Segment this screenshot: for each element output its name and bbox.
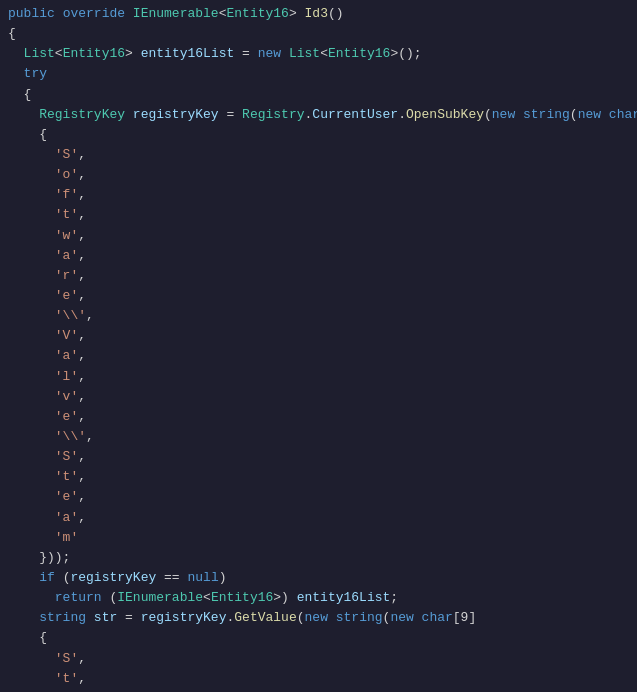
code-token <box>8 44 24 64</box>
code-token: , <box>78 669 86 689</box>
code-token: new <box>578 105 601 125</box>
code-token: , <box>86 306 94 326</box>
code-token <box>8 286 55 306</box>
code-line: '\\', <box>0 306 637 326</box>
code-token: 'o' <box>55 165 78 185</box>
code-token: , <box>78 286 86 306</box>
code-line: 'e', <box>0 487 637 507</box>
code-line: 'o', <box>0 165 637 185</box>
code-line: public override IEnumerable<Entity16> Id… <box>0 4 637 24</box>
code-token: ( <box>383 608 391 628</box>
code-token: 't' <box>55 467 78 487</box>
code-token: 'f' <box>55 185 78 205</box>
code-line: { <box>0 85 637 105</box>
code-token: '\\' <box>55 427 86 447</box>
code-line: 't', <box>0 467 637 487</box>
code-token: ) <box>219 568 227 588</box>
code-token: , <box>78 407 86 427</box>
code-token <box>414 608 422 628</box>
code-token: < <box>219 4 227 24</box>
code-token <box>8 246 55 266</box>
code-token: string <box>523 105 570 125</box>
code-token: . <box>305 105 313 125</box>
code-token <box>8 346 55 366</box>
code-line: 'a', <box>0 346 637 366</box>
code-token: Entity16 <box>227 4 289 24</box>
code-token: public <box>8 4 55 24</box>
code-token: 't' <box>55 669 78 689</box>
code-line: try <box>0 64 637 84</box>
code-token: IEnumerable <box>133 4 219 24</box>
code-token: 'v' <box>55 387 78 407</box>
code-token: , <box>78 326 86 346</box>
code-token: 'S' <box>55 649 78 669</box>
code-line: 'S', <box>0 145 637 165</box>
code-token: registryKey <box>70 568 156 588</box>
code-token <box>8 266 55 286</box>
code-token: 'e' <box>55 487 78 507</box>
code-line: { <box>0 125 637 145</box>
code-token: str <box>94 608 117 628</box>
code-token: >) <box>273 588 296 608</box>
code-token: 'l' <box>55 367 78 387</box>
code-token: ( <box>297 608 305 628</box>
code-token: , <box>78 508 86 528</box>
code-token <box>8 528 55 548</box>
code-token: '\\' <box>55 306 86 326</box>
code-token: Entity16 <box>328 44 390 64</box>
code-token <box>8 568 39 588</box>
code-line: 'm' <box>0 528 637 548</box>
code-token: 't' <box>55 205 78 225</box>
code-token <box>515 105 523 125</box>
code-token: List <box>289 44 320 64</box>
code-line: 'V', <box>0 326 637 346</box>
code-token: new <box>492 105 515 125</box>
code-token: = <box>234 44 257 64</box>
code-token: string <box>39 608 86 628</box>
code-token: 'S' <box>55 145 78 165</box>
code-token <box>281 44 289 64</box>
code-token: IEnumerable <box>117 588 203 608</box>
code-token: char <box>422 608 453 628</box>
code-token: , <box>78 145 86 165</box>
code-token: entity16List <box>141 44 235 64</box>
code-token <box>328 608 336 628</box>
code-token: , <box>78 487 86 507</box>
code-token: , <box>78 266 86 286</box>
code-token <box>8 649 55 669</box>
code-token <box>86 608 94 628</box>
code-token: new <box>258 44 281 64</box>
code-token: . <box>226 608 234 628</box>
code-line: 'w', <box>0 226 637 246</box>
code-token: string <box>336 608 383 628</box>
code-token: = <box>219 105 242 125</box>
code-line: { <box>0 628 637 648</box>
code-line: return (IEnumerable<Entity16>) entity16L… <box>0 588 637 608</box>
code-line: 'a', <box>0 508 637 528</box>
code-line: 't', <box>0 205 637 225</box>
code-token: registryKey <box>133 105 219 125</box>
code-token <box>8 487 55 507</box>
code-line: 'r', <box>0 266 637 286</box>
code-token: 'm' <box>55 528 78 548</box>
code-line: 'f', <box>0 185 637 205</box>
code-line: 't', <box>0 669 637 689</box>
code-token <box>55 4 63 24</box>
code-token <box>601 105 609 125</box>
code-token: registryKey <box>141 608 227 628</box>
code-token: >(); <box>390 44 421 64</box>
code-token: Entity16 <box>63 44 125 64</box>
code-line: 'v', <box>0 387 637 407</box>
code-line: 'a', <box>0 246 637 266</box>
code-token <box>8 185 55 205</box>
code-token: Registry <box>242 105 304 125</box>
code-token: = <box>117 608 140 628</box>
code-token: ( <box>55 568 71 588</box>
code-token <box>8 367 55 387</box>
code-line: 'S', <box>0 447 637 467</box>
code-line: 'e', <box>0 286 637 306</box>
code-token <box>8 508 55 528</box>
code-token: == <box>156 568 187 588</box>
code-token: , <box>78 185 86 205</box>
code-token: , <box>78 226 86 246</box>
